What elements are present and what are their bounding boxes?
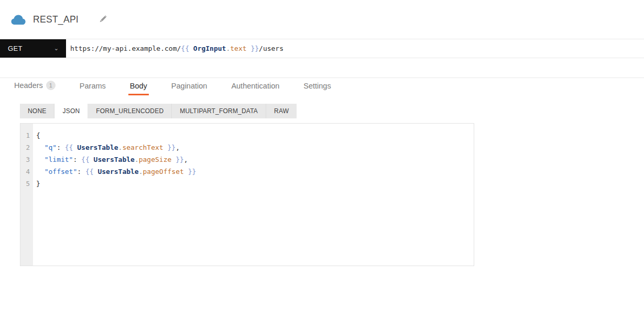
- code-token-plain: {: [36, 131, 40, 139]
- code-token-key: "offset": [45, 168, 78, 175]
- json-body-editor[interactable]: 12345 { "q": {{ UsersTable.searchText }}…: [20, 123, 474, 266]
- body-type-tab-none[interactable]: NONE: [20, 104, 54, 118]
- headers-count-badge: 1: [46, 81, 56, 90]
- code-token-plain: :: [73, 156, 81, 163]
- code-token-dot: .: [139, 168, 143, 175]
- code-token-brace: }}: [184, 168, 196, 175]
- editor-line-number-gutter: 12345: [20, 124, 33, 266]
- code-token-plain: ,: [184, 156, 188, 163]
- code-token-plain: [36, 168, 45, 175]
- request-tabs: Headers1ParamsBodyPaginationAuthenticati…: [0, 78, 644, 95]
- cloud-icon: [10, 14, 26, 25]
- code-line: "q": {{ UsersTable.searchText }},: [36, 141, 474, 153]
- tab-label: Pagination: [171, 82, 208, 90]
- line-number: 1: [26, 129, 33, 141]
- code-token-plain: ,: [176, 144, 180, 151]
- code-token-brace: {{: [81, 156, 93, 163]
- api-header: REST_API: [0, 0, 644, 39]
- line-number: 5: [26, 178, 33, 190]
- tab-authentication[interactable]: Authentication: [230, 82, 281, 95]
- code-token-plain: [36, 144, 45, 151]
- code-token-property: pageSize: [139, 156, 172, 163]
- code-token-plain: https://my-api.example.com/: [70, 45, 181, 52]
- tab-settings[interactable]: Settings: [302, 82, 332, 95]
- tab-label: Settings: [303, 82, 331, 90]
- chevron-down-icon: ⌄: [54, 46, 59, 51]
- tab-label: Headers: [14, 81, 43, 90]
- code-token-brace: {{: [181, 45, 193, 52]
- line-number: 2: [26, 141, 33, 153]
- http-method-value: GET: [8, 45, 23, 52]
- body-type-tab-raw[interactable]: RAW: [266, 104, 297, 118]
- http-method-select[interactable]: GET ⌄: [0, 39, 66, 58]
- code-token-dot: .: [226, 45, 230, 52]
- tab-label: Body: [130, 82, 147, 90]
- code-line: }: [36, 178, 474, 190]
- line-number: 4: [26, 166, 33, 178]
- tab-body[interactable]: Body: [128, 82, 149, 95]
- code-token-widget: UsersTable: [97, 168, 138, 175]
- code-token-widget: UsersTable: [94, 156, 135, 163]
- code-token-property: searchText: [122, 144, 163, 151]
- body-type-tab-multipart_form_data[interactable]: MULTIPART_FORM_DATA: [172, 104, 266, 118]
- url-input[interactable]: https://my-api.example.com/{{ OrgInput.t…: [66, 39, 644, 58]
- tab-label: Params: [80, 82, 106, 90]
- tab-pagination[interactable]: Pagination: [170, 82, 209, 95]
- code-token-key: "q": [45, 144, 57, 151]
- code-token-plain: [36, 156, 45, 163]
- code-token-brace: {{: [65, 144, 77, 151]
- tab-label: Authentication: [231, 82, 279, 90]
- code-line: "offset": {{ UsersTable.pageOffset }}: [36, 166, 474, 178]
- request-bar: GET ⌄ https://my-api.example.com/{{ OrgI…: [0, 39, 644, 58]
- code-token-plain: :: [77, 168, 85, 175]
- code-token-plain: /users: [259, 45, 283, 52]
- code-token-brace: }}: [171, 156, 183, 163]
- code-token-key: "limit": [45, 156, 73, 163]
- body-type-tab-form_urlencoded[interactable]: FORM_URLENCODED: [88, 104, 172, 118]
- tab-params[interactable]: Params: [78, 82, 107, 95]
- editor-code-area[interactable]: { "q": {{ UsersTable.searchText }}, "lim…: [33, 124, 474, 266]
- code-token-property: pageOffset: [143, 168, 184, 175]
- code-token-dot: .: [135, 156, 139, 163]
- page-title: REST_API: [33, 14, 79, 25]
- body-type-tab-json[interactable]: JSON: [54, 104, 88, 118]
- code-token-brace: }}: [163, 144, 176, 151]
- code-line: {: [36, 129, 474, 141]
- line-number: 3: [26, 153, 33, 166]
- code-token-plain: :: [57, 144, 65, 151]
- code-token-property: text: [230, 45, 246, 52]
- tab-headers[interactable]: Headers1: [13, 81, 57, 95]
- code-line: "limit": {{ UsersTable.pageSize }},: [36, 153, 474, 166]
- code-token-widget: OrgInput: [193, 45, 226, 52]
- pencil-icon[interactable]: [98, 15, 107, 24]
- code-token-brace: }}: [247, 45, 259, 52]
- body-type-tabs: NONEJSONFORM_URLENCODEDMULTIPART_FORM_DA…: [20, 104, 297, 118]
- code-token-plain: }: [36, 180, 40, 188]
- code-token-brace: {{: [85, 168, 97, 175]
- code-token-widget: UsersTable: [77, 144, 118, 151]
